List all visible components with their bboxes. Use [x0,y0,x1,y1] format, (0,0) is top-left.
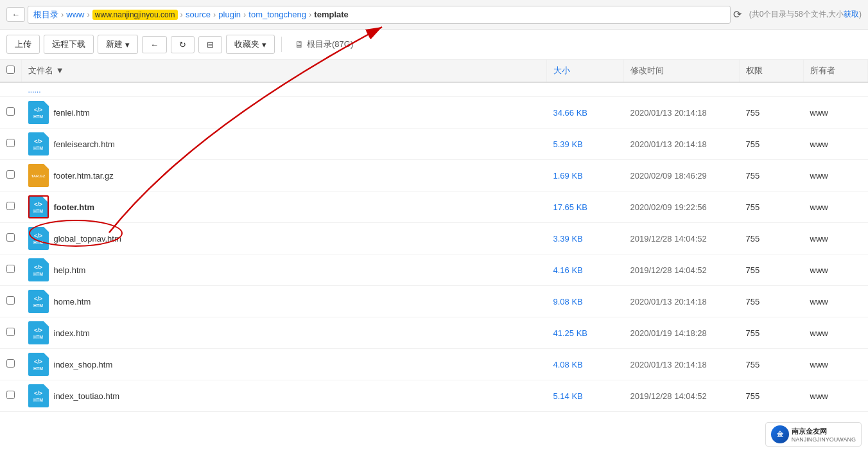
back-button[interactable]: ← [6,7,25,22]
file-size: 41.25 KB [547,317,624,349]
hdd-icon: 🖥 [295,39,304,49]
file-size: 34.66 KB [547,97,624,129]
file-name-link[interactable]: footer.htm.tar.gz [54,171,114,181]
row-checkbox[interactable] [6,107,15,116]
parent-dir-row: ...... [0,82,868,97]
file-name-link[interactable]: help.htm [54,265,86,275]
crumb-template[interactable]: template [314,10,348,19]
file-name-link[interactable]: index_shop.htm [54,360,113,369]
header-checkbox[interactable] [0,60,22,82]
terminal-button[interactable]: ⊟ [198,36,222,53]
get-size-link[interactable]: 获取 [844,10,859,19]
row-checkbox[interactable] [6,265,15,273]
file-size: 5.39 KB [547,129,624,160]
htm-icon: </> HTM [28,227,49,250]
file-list: ...... </> HTM fenlei.htm34.66 KB2020/01… [0,82,868,412]
header-mtime[interactable]: 修改时间 [624,60,740,82]
file-table-container: 文件名 ▼ 大小 修改时间 权限 所有者 ...... </> HTM fenl… [0,60,868,412]
crumb-tom[interactable]: tom_tongcheng [248,10,306,19]
file-perm: 755 [740,286,804,317]
parent-dir-link[interactable]: ...... [28,85,41,94]
drive-info: 🖥 根目录(87G) [295,39,353,50]
crumb-www[interactable]: www [66,10,84,19]
table-row: </> HTM fenlei.htm34.66 KB2020/01/13 20:… [0,97,868,129]
file-size: 5.14 KB [547,380,624,412]
row-checkbox[interactable] [6,233,15,242]
crumb-domain[interactable]: www.nanjingjinyou.com [92,10,178,20]
crumb-plugin[interactable]: plugin [218,10,241,19]
file-owner: www [804,254,868,286]
file-mtime: 2020/01/13 20:14:18 [624,97,740,129]
info-text: (共0个目录与58个文件,大小获取) [749,9,862,20]
select-all-checkbox[interactable] [6,66,15,74]
row-checkbox[interactable] [6,139,15,147]
file-perm: 755 [740,191,804,223]
file-mtime: 2020/01/13 20:14:18 [624,349,740,380]
htm-icon: </> HTM [28,101,49,124]
htm-icon: </> HTM [28,258,49,281]
file-name-link[interactable]: index_toutiao.htm [54,391,120,401]
file-owner: www [804,97,868,129]
table-row: </> HTM index.htm41.25 KB2020/01/19 14:1… [0,317,868,349]
upload-button[interactable]: 上传 [6,35,40,54]
file-perm: 755 [740,380,804,412]
file-owner: www [804,223,868,254]
file-mtime: 2019/12/28 14:04:52 [624,223,740,254]
file-name-link[interactable]: index.htm [54,328,90,338]
file-perm: 755 [740,97,804,129]
file-owner: www [804,129,868,160]
tgz-icon: TAR.GZ [28,164,49,187]
file-name-link[interactable]: fenleisearch.htm [54,139,115,149]
file-mtime: 2020/01/13 20:14:18 [624,129,740,160]
file-name-link[interactable]: fenlei.htm [54,108,90,118]
header-size[interactable]: 大小 [547,60,624,82]
file-owner: www [804,317,868,349]
header-filename[interactable]: 文件名 ▼ [22,60,547,82]
file-name-link[interactable]: global_topnav.htm [54,234,121,244]
crumb-root[interactable]: 根目录 [33,9,58,21]
crumb-source[interactable]: source [186,10,211,19]
file-perm: 755 [740,223,804,254]
table-row: </> HTM index_toutiao.htm5.14 KB2019/12/… [0,380,868,412]
row-checkbox[interactable] [6,328,15,336]
htm-icon: </> HTM [28,384,49,407]
file-mtime: 2020/01/13 20:14:18 [624,286,740,317]
new-button[interactable]: 新建 ▾ [98,35,138,54]
file-mtime: 2019/12/28 14:04:52 [624,380,740,412]
file-owner: www [804,380,868,412]
row-checkbox[interactable] [6,359,15,368]
table-row: </> HTM help.htm4.16 KB2019/12/28 14:04:… [0,254,868,286]
file-name-link[interactable]: footer.htm [54,202,95,212]
htm-icon: </> HTM [28,353,49,376]
chevron-down-icon: ▾ [125,40,130,49]
row-checkbox[interactable] [6,170,15,179]
file-name-link[interactable]: home.htm [54,297,91,306]
row-checkbox[interactable] [6,391,15,399]
file-perm: 755 [740,317,804,349]
breadcrumb-bar: ← 根目录 › www › www.nanjingjinyou.com › so… [0,0,868,30]
file-size: 17.65 KB [547,191,624,223]
bookmarks-button[interactable]: 收藏夹 ▾ [226,35,275,54]
toolbar-back-button[interactable]: ← [142,36,167,53]
header-perm[interactable]: 权限 [740,60,804,82]
table-row: TAR.GZ footer.htm.tar.gz1.69 KB2020/02/0… [0,160,868,191]
file-size: 1.69 KB [547,160,624,191]
toolbar: 上传 远程下载 新建 ▾ ← ↻ ⊟ 收藏夹 ▾ 🖥 根目录(87G) [0,30,868,60]
htm-icon: </> HTM [28,290,49,313]
row-checkbox[interactable] [6,202,15,210]
table-header: 文件名 ▼ 大小 修改时间 权限 所有者 [0,60,868,82]
file-owner: www [804,160,868,191]
file-table: 文件名 ▼ 大小 修改时间 权限 所有者 ...... </> HTM fenl… [0,60,868,412]
file-owner: www [804,349,868,380]
row-checkbox[interactable] [6,296,15,305]
header-owner[interactable]: 所有者 [804,60,868,82]
table-row: </> HTM footer.htm17.65 KB2020/02/09 19:… [0,191,868,223]
file-perm: 755 [740,160,804,191]
htm-icon: </> HTM [28,132,49,155]
remote-download-button[interactable]: 远程下载 [44,35,94,54]
table-row: </> HTM index_shop.htm4.08 KB2020/01/13 … [0,349,868,380]
file-perm: 755 [740,349,804,380]
refresh-button[interactable]: ⟳ [733,8,742,21]
toolbar-refresh-button[interactable]: ↻ [171,36,195,53]
htm-icon: </> HTM [28,195,49,218]
